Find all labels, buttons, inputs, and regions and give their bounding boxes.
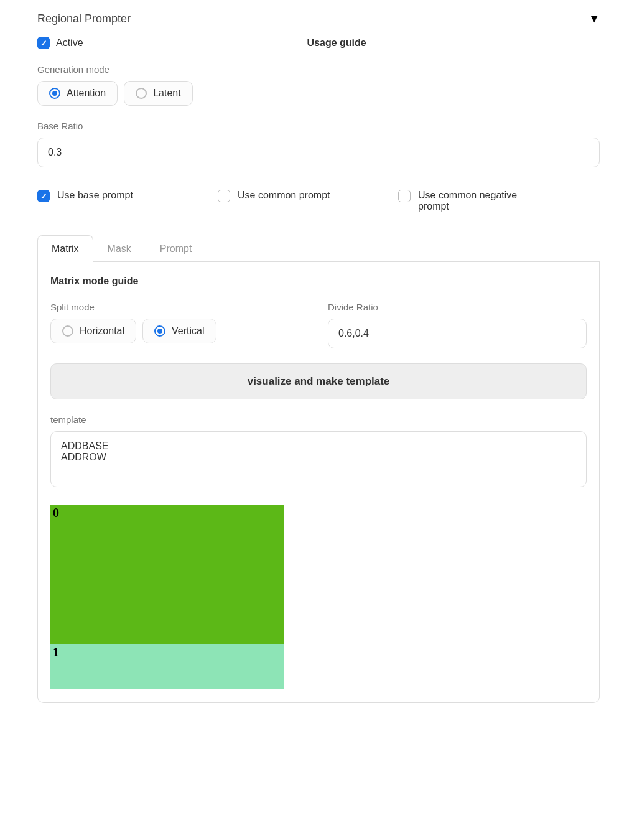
template-label: template: [50, 414, 587, 425]
active-label: Active: [56, 37, 83, 49]
split-mode-vertical[interactable]: Vertical: [142, 319, 216, 343]
use-common-prompt-checkbox[interactable]: [218, 190, 230, 202]
generation-mode-group: Attention Latent: [37, 81, 600, 106]
generation-mode-label: Generation mode: [37, 64, 600, 75]
use-common-neg-prompt-checkbox[interactable]: [398, 190, 411, 202]
divide-ratio-label: Divide Ratio: [328, 302, 587, 312]
radio-label: Latent: [153, 88, 180, 99]
radio-icon: [154, 325, 165, 337]
visualize-button[interactable]: visualize and make template: [50, 363, 587, 399]
tabs: Matrix Mask Prompt: [37, 235, 600, 262]
base-ratio-input[interactable]: [37, 138, 600, 167]
tab-mask[interactable]: Mask: [93, 235, 146, 262]
split-mode-label: Split mode: [50, 302, 309, 312]
radio-label: Attention: [67, 88, 106, 99]
usage-guide-link[interactable]: Usage guide: [307, 37, 366, 49]
radio-icon: [62, 325, 73, 337]
matrix-pane: Matrix mode guide Split mode Horizontal …: [37, 262, 600, 703]
split-mode-horizontal[interactable]: Horizontal: [50, 319, 136, 343]
generation-mode-attention[interactable]: Attention: [37, 81, 118, 106]
generation-mode-latent[interactable]: Latent: [124, 81, 192, 106]
tab-prompt[interactable]: Prompt: [146, 235, 207, 262]
base-ratio-label: Base Ratio: [37, 121, 600, 131]
radio-icon: [49, 88, 60, 99]
viz-region-1: 1: [50, 644, 284, 689]
visualization: 0 1: [50, 505, 284, 689]
divide-ratio-input[interactable]: [328, 319, 587, 348]
radio-label: Horizontal: [80, 325, 124, 337]
matrix-guide-label: Matrix mode guide: [50, 276, 587, 287]
use-base-prompt-checkbox[interactable]: [37, 190, 50, 202]
template-textarea[interactable]: [50, 431, 587, 487]
active-checkbox[interactable]: [37, 37, 50, 49]
split-mode-group: Horizontal Vertical: [50, 319, 309, 343]
radio-icon: [136, 88, 147, 99]
use-common-neg-prompt-label: Use common negative prompt: [418, 190, 542, 212]
collapse-icon[interactable]: ▼: [588, 12, 600, 26]
radio-label: Vertical: [172, 325, 204, 337]
use-common-prompt-label: Use common prompt: [238, 190, 330, 201]
panel-title: Regional Prompter: [37, 12, 131, 26]
use-base-prompt-label: Use base prompt: [57, 190, 133, 201]
viz-region-0: 0: [50, 505, 284, 644]
tab-matrix[interactable]: Matrix: [37, 235, 93, 262]
